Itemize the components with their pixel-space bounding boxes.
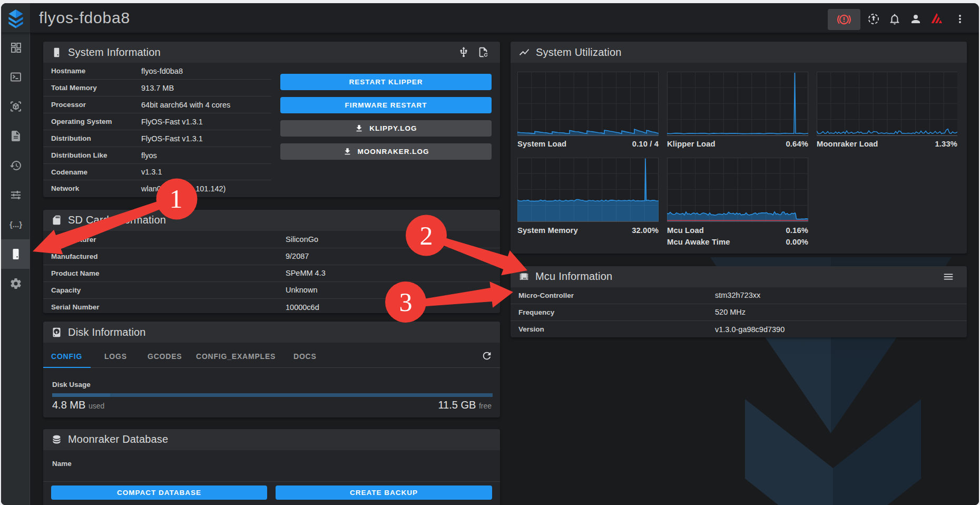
- svg-text:{...}: {...}: [9, 220, 22, 229]
